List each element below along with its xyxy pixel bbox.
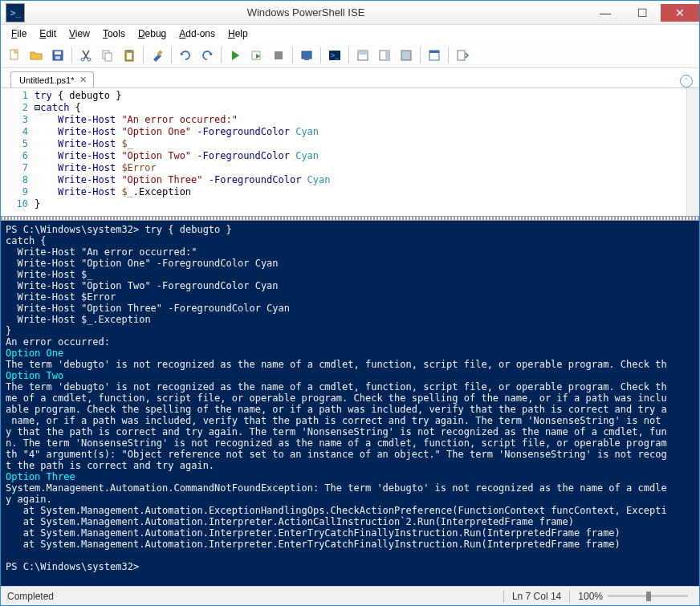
redo-icon[interactable] — [197, 45, 218, 66]
tab-label: Untitled1.ps1* — [19, 75, 75, 85]
code-area[interactable]: try { debugto }⊟catch { Write-Host "An e… — [35, 88, 686, 216]
svg-rect-19 — [358, 51, 368, 55]
maximize-button[interactable]: ☐ — [624, 4, 661, 22]
svg-point-5 — [88, 58, 91, 61]
show-script-pane-top-icon[interactable] — [352, 45, 373, 66]
menu-view[interactable]: View — [63, 26, 96, 41]
status-text: Completed — [7, 591, 54, 602]
new-remote-tab-icon[interactable] — [296, 45, 317, 66]
zoom-level: 100% — [578, 591, 603, 602]
undo-icon[interactable] — [175, 45, 196, 66]
save-icon[interactable] — [47, 45, 68, 66]
menu-file[interactable]: File — [6, 26, 32, 41]
window-title: Windows PowerShell ISE — [25, 6, 587, 18]
cursor-position: Ln 7 Col 14 — [512, 591, 561, 602]
file-tab[interactable]: Untitled1.ps1* ✕ — [10, 71, 94, 87]
app-icon: >_ — [6, 3, 25, 22]
svg-rect-21 — [385, 51, 389, 60]
editor-scrollbar[interactable] — [686, 88, 699, 216]
show-script-pane-max-icon[interactable] — [396, 45, 417, 66]
svg-rect-2 — [55, 51, 61, 55]
line-numbers: 12345678910 — [1, 88, 35, 216]
stop-icon[interactable] — [268, 45, 289, 66]
clear-icon[interactable] — [147, 45, 168, 66]
svg-rect-14 — [302, 51, 311, 59]
cut-icon[interactable] — [75, 45, 96, 66]
svg-rect-3 — [55, 56, 60, 59]
tab-bar: Untitled1.ps1* ✕ ˄ — [1, 68, 699, 87]
svg-rect-11 — [157, 50, 162, 55]
minimize-button[interactable]: ― — [587, 4, 624, 22]
svg-point-4 — [81, 58, 84, 61]
svg-rect-9 — [127, 50, 132, 52]
copy-icon[interactable] — [97, 45, 118, 66]
menu-addons[interactable]: Add-ons — [173, 26, 221, 41]
console-pane[interactable]: PS C:\Windows\system32> try { debugto } … — [1, 221, 699, 586]
svg-rect-25 — [458, 51, 465, 60]
title-bar: >_ Windows PowerShell ISE ― ☐ ✕ — [1, 1, 699, 25]
svg-text:>_: >_ — [331, 51, 340, 59]
svg-rect-7 — [105, 53, 112, 61]
paste-icon[interactable] — [119, 45, 140, 66]
svg-rect-15 — [304, 59, 309, 60]
svg-rect-10 — [127, 53, 132, 59]
menu-tools[interactable]: Tools — [97, 26, 131, 41]
menu-bar: File Edit View Tools Debug Add-ons Help — [1, 25, 699, 43]
zoom-slider[interactable] — [608, 595, 688, 597]
svg-rect-24 — [429, 51, 439, 53]
tab-close-icon[interactable]: ✕ — [79, 75, 87, 85]
open-file-icon[interactable] — [26, 45, 47, 66]
script-editor[interactable]: 12345678910 try { debugto }⊟catch { Writ… — [1, 87, 699, 216]
run-script-icon[interactable] — [225, 45, 246, 66]
show-command-addon-icon[interactable] — [452, 45, 473, 66]
menu-debug[interactable]: Debug — [132, 26, 172, 41]
menu-edit[interactable]: Edit — [34, 26, 62, 41]
close-button[interactable]: ✕ — [661, 4, 699, 22]
status-bar: Completed Ln 7 Col 14 100% — [1, 586, 699, 605]
svg-rect-22 — [401, 51, 411, 60]
run-selection-icon[interactable] — [246, 45, 267, 66]
show-script-pane-right-icon[interactable] — [374, 45, 395, 66]
menu-help[interactable]: Help — [222, 26, 254, 41]
start-powershell-icon[interactable]: >_ — [324, 45, 345, 66]
collapse-script-pane-icon[interactable]: ˄ — [680, 75, 693, 87]
toolbar: >_ — [1, 43, 699, 68]
show-command-icon[interactable] — [424, 45, 445, 66]
svg-rect-13 — [275, 51, 283, 59]
new-file-icon[interactable] — [4, 45, 25, 66]
